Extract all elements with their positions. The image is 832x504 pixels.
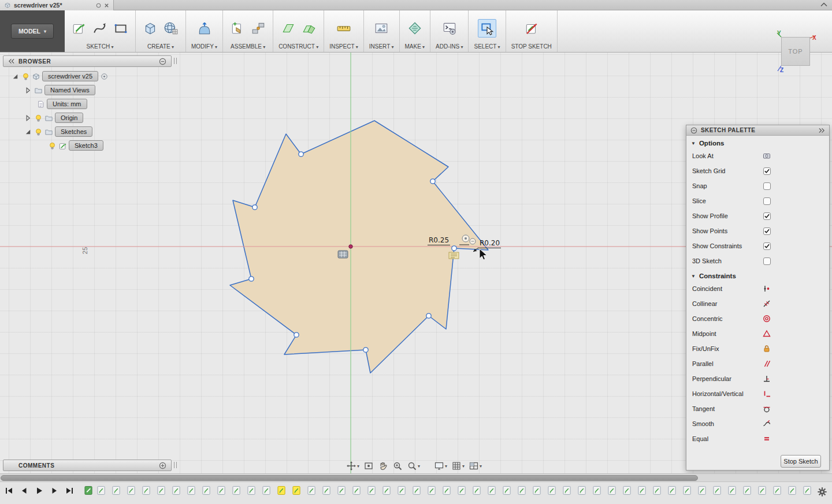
timeline-feature-40[interactable]	[683, 486, 692, 495]
viewports-button[interactable]: ▾	[467, 460, 483, 472]
stop-sketch-button[interactable]: Stop Sketch	[781, 455, 821, 468]
timeline-feature-11[interactable]	[247, 486, 256, 495]
sketch-small-icon[interactable]	[58, 141, 67, 150]
timeline-feature-28[interactable]	[503, 486, 511, 495]
origin-widget-icon[interactable]	[338, 251, 348, 258]
sketch-vertex-point[interactable]	[249, 277, 254, 281]
timeline-feature-6[interactable]	[172, 486, 181, 495]
sketch-vertex-point[interactable]	[363, 348, 368, 352]
toolbar-dropdown-create[interactable]: CREATE ▾	[147, 43, 174, 50]
timeline-feature-23[interactable]	[428, 486, 436, 495]
sketch-palette-header[interactable]: SKETCH PALETTE	[686, 125, 829, 136]
timeline-feature-29[interactable]	[518, 486, 526, 495]
add-ins-tool-button[interactable]	[440, 19, 459, 38]
timeline-feature-38[interactable]	[653, 486, 662, 495]
sketch-vertex-point[interactable]	[452, 246, 456, 251]
timeline-feature-34[interactable]	[593, 486, 601, 495]
timeline-feature-3[interactable]	[127, 486, 136, 495]
close-tab-icon[interactable]	[104, 3, 109, 8]
zoom-fit-button[interactable]	[391, 460, 404, 472]
timeline-feature-2[interactable]	[112, 486, 121, 495]
zoom-button[interactable]: ▾	[406, 460, 421, 472]
play-button[interactable]	[35, 487, 44, 495]
folder-icon[interactable]	[44, 114, 53, 122]
collapse-right-icon[interactable]	[819, 128, 825, 133]
pan-button[interactable]: ▾	[345, 460, 361, 472]
browser-item-sketches[interactable]: Sketches	[55, 126, 92, 137]
cube-icon[interactable]	[32, 72, 40, 81]
timeline-feature-26[interactable]	[473, 486, 481, 495]
timeline-feature-41[interactable]	[698, 486, 707, 495]
sketch-vertex-point[interactable]	[426, 313, 431, 318]
chevron-up-icon[interactable]	[820, 2, 827, 7]
make-print-tool-button[interactable]	[406, 19, 424, 38]
collinear-icon[interactable]	[762, 299, 771, 308]
rect-tool-tool-button[interactable]	[112, 19, 130, 38]
expander-open-icon[interactable]	[11, 72, 20, 81]
timeline-feature-10[interactable]	[232, 486, 241, 495]
sketch-vertex-point[interactable]	[430, 179, 435, 184]
toolbar-dropdown-insert[interactable]: INSERT ▾	[369, 43, 394, 50]
timeline-feature-15[interactable]	[307, 486, 316, 495]
timeline-feature-30[interactable]	[533, 486, 541, 495]
timeline-feature-12[interactable]	[262, 486, 271, 495]
fix-icon[interactable]	[762, 344, 771, 353]
bulb-icon[interactable]	[34, 128, 43, 136]
timeline-feature-1[interactable]	[97, 486, 106, 495]
tangent-icon[interactable]	[762, 404, 771, 413]
timeline-feature-21[interactable]	[398, 486, 406, 495]
checkbox-3d-sketch[interactable]	[763, 257, 771, 265]
timeline-position-marker[interactable]	[84, 486, 93, 495]
timeline-feature-9[interactable]	[217, 486, 226, 495]
checkbox-show-constraints[interactable]	[763, 242, 771, 250]
step-back-button[interactable]	[20, 487, 29, 495]
folder-icon[interactable]	[34, 86, 43, 95]
browser-item-origin[interactable]: Origin	[55, 113, 83, 123]
view-cube[interactable]: TOP Y X Z	[774, 29, 820, 75]
coincident-icon[interactable]	[762, 284, 771, 293]
timeline-feature-22[interactable]	[413, 486, 421, 495]
spline-tool-button[interactable]	[91, 19, 109, 38]
skip-to-start-button[interactable]	[5, 487, 14, 495]
timeline-feature-46[interactable]	[773, 486, 782, 495]
step-forward-button[interactable]	[50, 487, 59, 495]
timeline-feature-20[interactable]	[382, 486, 391, 495]
expander-closed-icon[interactable]	[24, 86, 32, 95]
toolbar-dropdown-sketch[interactable]: SKETCH ▾	[87, 43, 114, 50]
timeline-feature-37[interactable]	[638, 486, 647, 495]
timeline-feature-32[interactable]	[563, 486, 571, 495]
expander-closed-icon[interactable]	[24, 114, 32, 122]
concentric-icon[interactable]	[762, 314, 771, 323]
palette-section-options[interactable]: ▼Options	[686, 136, 829, 148]
toolbar-dropdown-select[interactable]: SELECT ▾	[474, 43, 500, 50]
create-primitive-tool-button[interactable]	[162, 19, 180, 38]
panel-drag-grip[interactable]	[174, 462, 177, 468]
settings-gear-button[interactable]	[817, 487, 827, 497]
collapse-panel-icon[interactable]	[8, 58, 14, 64]
toolbar-dropdown-make[interactable]: MAKE ▾	[405, 43, 425, 50]
toolbar-dropdown-assemble[interactable]: ASSEMBLE ▾	[231, 43, 265, 50]
sketch-vertex-point[interactable]	[252, 205, 257, 210]
equal-icon[interactable]	[762, 434, 771, 443]
doc-icon[interactable]	[36, 100, 45, 109]
toolbar-dropdown-modify[interactable]: MODIFY ▾	[191, 43, 217, 50]
browser-item-named-views[interactable]: Named Views	[44, 85, 95, 95]
browser-item-screwdriver-v25[interactable]: screwdriver v25	[42, 71, 98, 81]
parallel-icon[interactable]	[762, 359, 771, 368]
circle-plus-icon[interactable]	[159, 462, 166, 469]
comments-panel-header[interactable]: COMMENTS	[3, 460, 172, 471]
browser-item-sketch3[interactable]: Sketch3	[69, 140, 103, 151]
timeline-feature-14[interactable]	[292, 486, 301, 495]
timeline-feature-17[interactable]	[337, 486, 346, 495]
radius-dimension-label[interactable]: R0.25	[428, 236, 450, 245]
measure-tool-button[interactable]	[335, 19, 353, 38]
timeline-feature-8[interactable]	[202, 486, 211, 495]
timeline-feature-47[interactable]	[788, 486, 797, 495]
bulb-icon[interactable]	[48, 141, 57, 150]
circle-minus-icon[interactable]	[690, 127, 697, 134]
timeline-feature-45[interactable]	[758, 486, 767, 495]
timeline-feature-31[interactable]	[548, 486, 556, 495]
timeline-feature-25[interactable]	[458, 486, 466, 495]
folder-icon[interactable]	[44, 128, 53, 136]
checkbox-show-profile[interactable]	[763, 212, 771, 220]
